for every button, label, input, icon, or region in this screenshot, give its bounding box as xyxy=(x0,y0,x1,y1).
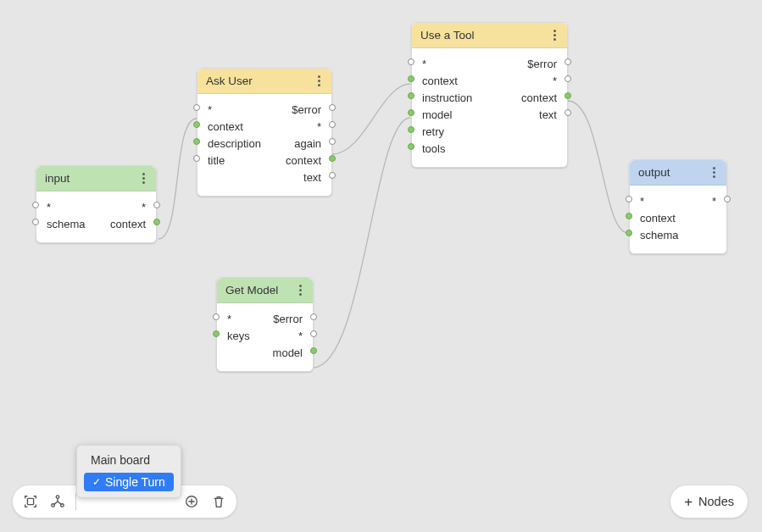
input-star: * xyxy=(640,195,644,208)
node-input-header[interactable]: input xyxy=(36,166,156,191)
input-keys: keys xyxy=(227,330,250,342)
port-in[interactable] xyxy=(32,219,39,225)
port-out[interactable] xyxy=(153,202,160,208)
port-in-context[interactable] xyxy=(193,121,200,128)
node-use-tool-title: Use a Tool xyxy=(420,29,475,42)
breadcrumb-popover[interactable]: Main board ✓ Single Turn xyxy=(76,445,181,498)
port-out[interactable] xyxy=(310,330,317,337)
kebab-icon[interactable] xyxy=(315,74,323,88)
svg-rect-0 xyxy=(27,498,33,504)
port-out[interactable] xyxy=(724,196,731,202)
node-use-tool-header[interactable]: Use a Tool xyxy=(412,23,567,48)
plus-icon: + xyxy=(684,495,692,509)
node-get-model-title: Get Model xyxy=(225,284,278,296)
input-title: title xyxy=(208,154,225,167)
output-star: * xyxy=(298,330,303,342)
input-schema: schema xyxy=(47,218,86,230)
port-in[interactable] xyxy=(32,202,39,208)
input-star: * xyxy=(227,313,231,325)
input-star: * xyxy=(422,58,426,70)
input-retry: retry xyxy=(422,125,444,138)
output-text: text xyxy=(539,108,557,121)
add-nodes-label: Nodes xyxy=(698,495,734,508)
output-star: * xyxy=(712,195,716,208)
port-out[interactable] xyxy=(565,109,571,116)
port-out[interactable] xyxy=(329,172,336,179)
output-error: $error xyxy=(527,58,557,70)
add-circle-icon[interactable] xyxy=(182,492,201,511)
port-in-keys[interactable] xyxy=(213,330,220,337)
port-in-model[interactable] xyxy=(408,109,414,116)
node-input-title: input xyxy=(45,172,70,185)
kebab-icon[interactable] xyxy=(297,283,304,297)
output-star: * xyxy=(553,75,557,87)
port-in[interactable] xyxy=(408,58,414,65)
port-in-description[interactable] xyxy=(193,138,200,145)
port-in-title[interactable] xyxy=(193,155,200,162)
input-description: description xyxy=(208,137,261,150)
port-in-retry[interactable] xyxy=(408,126,414,133)
port-out[interactable] xyxy=(329,138,336,145)
port-out[interactable] xyxy=(565,58,571,65)
input-context: context xyxy=(422,75,458,87)
node-output-title: output xyxy=(638,166,670,179)
breadcrumb-main[interactable]: Main board xyxy=(84,452,174,468)
output-model: model xyxy=(273,346,303,359)
output-star: * xyxy=(317,120,321,133)
input-context: context xyxy=(640,212,676,224)
port-out[interactable] xyxy=(329,121,336,128)
node-get-model-header[interactable]: Get Model xyxy=(217,278,313,303)
node-get-model[interactable]: Get Model * $error keys * model xyxy=(216,277,314,372)
input-star: * xyxy=(208,103,212,116)
port-out-model[interactable] xyxy=(310,347,317,354)
port-in-schema[interactable] xyxy=(626,230,632,236)
port-out-context[interactable] xyxy=(329,155,336,162)
port-in-instruction[interactable] xyxy=(408,92,414,99)
output-context: context xyxy=(286,154,321,167)
port-in[interactable] xyxy=(213,313,220,320)
breadcrumb-active[interactable]: ✓ Single Turn xyxy=(84,473,174,491)
port-out-context[interactable] xyxy=(153,219,160,225)
kebab-icon[interactable] xyxy=(551,28,559,42)
port-in-context[interactable] xyxy=(626,213,632,219)
output-context: context xyxy=(110,218,146,230)
fit-view-icon[interactable] xyxy=(21,492,40,511)
port-in-context[interactable] xyxy=(408,75,414,82)
port-out[interactable] xyxy=(310,313,317,320)
input-context: context xyxy=(208,120,243,133)
output-error: $error xyxy=(292,103,321,116)
port-out[interactable] xyxy=(329,104,336,111)
output-text: text xyxy=(303,171,321,184)
output-error: $error xyxy=(273,313,303,325)
port-in[interactable] xyxy=(193,104,200,111)
node-ask-user-title: Ask User xyxy=(206,75,253,87)
node-output-header[interactable]: output xyxy=(630,160,726,186)
svg-point-1 xyxy=(56,496,59,499)
input-instruction: instruction xyxy=(422,91,472,104)
output-star: * xyxy=(142,201,146,213)
port-in[interactable] xyxy=(626,196,632,202)
node-output[interactable]: output * * context schema xyxy=(629,159,727,254)
port-out[interactable] xyxy=(565,75,571,82)
node-ask-user-header[interactable]: Ask User xyxy=(197,69,331,94)
input-tools: tools xyxy=(422,142,445,155)
check-icon: ✓ xyxy=(92,476,101,488)
hierarchy-icon[interactable] xyxy=(48,492,67,511)
add-nodes-button[interactable]: + Nodes xyxy=(670,485,748,518)
breadcrumb-active-label: Single Turn xyxy=(105,475,165,489)
kebab-icon[interactable] xyxy=(710,165,718,180)
output-again: again xyxy=(294,137,321,150)
input-model: model xyxy=(422,108,452,121)
node-ask-user[interactable]: Ask User * $error context * description … xyxy=(197,68,332,197)
output-context: context xyxy=(521,91,557,104)
input-schema: schema xyxy=(640,229,679,241)
input-star: * xyxy=(47,201,51,213)
node-input[interactable]: input * * schema context xyxy=(36,165,157,243)
node-use-tool[interactable]: Use a Tool * $error context * instructio… xyxy=(411,22,568,168)
kebab-icon[interactable] xyxy=(140,171,147,186)
port-in-tools[interactable] xyxy=(408,143,414,150)
trash-icon[interactable] xyxy=(209,492,228,511)
port-out-context[interactable] xyxy=(565,92,571,99)
